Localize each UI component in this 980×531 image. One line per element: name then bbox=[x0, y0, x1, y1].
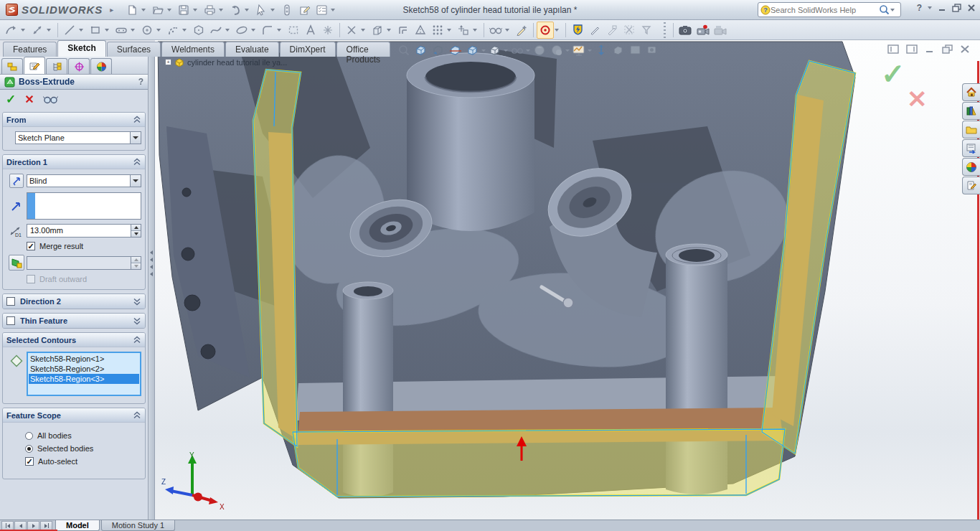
spline-tool-icon[interactable] bbox=[207, 22, 225, 39]
rotate-view-icon[interactable] bbox=[593, 43, 609, 57]
sketch-fillet-dropdown-icon[interactable] bbox=[277, 29, 281, 32]
restore-button[interactable] bbox=[952, 4, 961, 12]
feature-manager-tab[interactable] bbox=[1, 58, 23, 74]
exit-sketch-icon[interactable] bbox=[3, 22, 20, 39]
sketch-fillet-icon[interactable] bbox=[259, 22, 276, 39]
save-dropdown-icon[interactable] bbox=[193, 9, 197, 11]
reverse-direction-button[interactable] bbox=[9, 174, 24, 188]
display-style-icon[interactable] bbox=[487, 43, 503, 57]
thin-feature-checkbox[interactable] bbox=[6, 316, 15, 325]
hide-show-items-icon[interactable] bbox=[509, 43, 525, 57]
polygon-tool-icon[interactable] bbox=[190, 22, 207, 39]
print-dropdown-icon[interactable] bbox=[219, 9, 223, 11]
view-orientation-icon[interactable] bbox=[465, 43, 481, 57]
direction-reference-box[interactable] bbox=[27, 192, 141, 220]
display-style-dropdown-icon[interactable] bbox=[504, 50, 508, 52]
quick-snaps-icon[interactable] bbox=[537, 22, 554, 39]
options-button[interactable] bbox=[313, 2, 330, 18]
screen-capture-icon[interactable] bbox=[677, 22, 694, 39]
appearances-tab[interactable] bbox=[962, 158, 980, 176]
collapse-chevron-icon[interactable] bbox=[133, 158, 141, 166]
ellipse-tool-icon[interactable] bbox=[233, 22, 250, 39]
slot-tool-icon[interactable] bbox=[113, 22, 130, 39]
quick-snaps-dropdown-icon[interactable] bbox=[555, 29, 559, 32]
graphics-area[interactable]: + cylinder head tutorial ile ya... bbox=[155, 40, 980, 520]
select-button[interactable] bbox=[253, 2, 270, 18]
pattern-dropdown-icon[interactable] bbox=[447, 29, 451, 32]
direction2-checkbox[interactable] bbox=[6, 297, 15, 306]
tree-expand-icon[interactable]: + bbox=[165, 59, 171, 65]
cancel-button[interactable]: ✕ bbox=[24, 93, 34, 106]
display-manager-tab[interactable] bbox=[90, 58, 112, 74]
detailed-preview-button[interactable] bbox=[43, 95, 59, 104]
print-button[interactable] bbox=[201, 2, 218, 18]
cylinder-head-model[interactable] bbox=[155, 40, 980, 520]
open-dropdown-icon[interactable] bbox=[167, 9, 171, 11]
line-tool-icon[interactable] bbox=[61, 22, 78, 39]
collapse-chevron-icon[interactable] bbox=[133, 336, 141, 344]
help-dropdown-icon[interactable] bbox=[928, 6, 932, 9]
draft-button[interactable] bbox=[9, 255, 24, 271]
move-dropdown-icon[interactable] bbox=[473, 29, 477, 32]
save-button[interactable] bbox=[175, 2, 192, 18]
doc-restore-icon[interactable] bbox=[942, 44, 953, 54]
apply-scene-dropdown-icon[interactable] bbox=[565, 50, 570, 52]
close-button[interactable] bbox=[967, 4, 976, 12]
pane-split-left-icon[interactable] bbox=[887, 44, 899, 54]
camera-view-icon[interactable] bbox=[645, 43, 661, 57]
trim-entities-icon[interactable] bbox=[343, 22, 360, 39]
property-manager-tab[interactable] bbox=[24, 57, 45, 74]
slot-dropdown-icon[interactable] bbox=[131, 29, 135, 32]
feature-scope-group-header[interactable]: Feature Scope bbox=[3, 408, 145, 423]
search-input[interactable] bbox=[771, 6, 879, 14]
thin-feature-group-header[interactable]: Thin Feature bbox=[3, 314, 145, 328]
record-video-icon[interactable] bbox=[694, 22, 711, 39]
exit-sketch-dropdown-icon[interactable] bbox=[21, 29, 25, 32]
offset-entities-icon[interactable] bbox=[395, 22, 412, 39]
tab-weldments[interactable]: Weldments bbox=[161, 42, 225, 57]
arc-tool-icon[interactable] bbox=[164, 22, 182, 39]
sketch-text-icon[interactable] bbox=[302, 22, 319, 39]
expand-chevron-icon[interactable] bbox=[133, 317, 141, 325]
convert-dropdown-icon[interactable] bbox=[387, 29, 391, 32]
display-relations-icon[interactable] bbox=[487, 22, 504, 39]
new-dropdown-icon[interactable] bbox=[141, 9, 146, 11]
start-condition-dropdown[interactable]: Sketch Plane bbox=[15, 131, 141, 144]
arc-dropdown-icon[interactable] bbox=[182, 29, 187, 32]
selection-filter-icon[interactable] bbox=[638, 22, 655, 39]
selected-contours-group-header[interactable]: Selected Contours bbox=[3, 333, 145, 347]
linear-sketch-pattern-icon[interactable] bbox=[429, 22, 446, 39]
panel-help-button[interactable]: ? bbox=[138, 77, 143, 87]
start-condition-dropdown-arrow[interactable] bbox=[130, 132, 141, 144]
undo-dropdown-icon[interactable] bbox=[245, 9, 249, 11]
search-icon[interactable] bbox=[879, 4, 890, 15]
dimxpert-manager-tab[interactable] bbox=[68, 58, 90, 74]
model-tab[interactable]: Model bbox=[55, 520, 100, 531]
modify-sketch-icon[interactable] bbox=[621, 22, 638, 39]
spline-dropdown-icon[interactable] bbox=[225, 29, 230, 32]
direction2-group-header[interactable]: Direction 2 bbox=[3, 294, 145, 309]
contour-list-item-selected[interactable]: Sketch58-Region<3> bbox=[29, 374, 139, 384]
tab-evaluate[interactable]: Evaluate bbox=[225, 42, 279, 57]
doc-close-icon[interactable] bbox=[960, 44, 970, 54]
menu-expander-icon[interactable]: ▸ bbox=[110, 6, 113, 14]
apply-scene-icon[interactable] bbox=[549, 43, 565, 57]
merge-result-checkbox[interactable] bbox=[27, 242, 35, 250]
sketch-picture-icon[interactable] bbox=[603, 22, 621, 39]
undo-button[interactable] bbox=[227, 2, 244, 18]
depth-down-button[interactable] bbox=[131, 230, 141, 237]
collapse-chevron-icon[interactable] bbox=[133, 116, 141, 123]
auto-select-checkbox[interactable] bbox=[25, 457, 34, 466]
pan-view-icon[interactable] bbox=[611, 43, 626, 57]
panel-splitter[interactable] bbox=[149, 57, 155, 520]
flyout-tree-label[interactable]: cylinder head tutorial ile ya... bbox=[187, 58, 287, 67]
end-condition-dropdown[interactable]: Blind bbox=[27, 174, 141, 187]
zoom-to-area-icon[interactable] bbox=[413, 43, 429, 57]
design-library-tab[interactable] bbox=[962, 102, 980, 120]
zoom-to-fit-icon[interactable] bbox=[396, 43, 412, 57]
contour-list-item[interactable]: Sketch58-Region<1> bbox=[29, 354, 139, 364]
collapse-chevron-icon[interactable] bbox=[133, 411, 141, 419]
ellipse-dropdown-icon[interactable] bbox=[251, 29, 255, 32]
help-search[interactable]: ? bbox=[758, 2, 901, 17]
pane-split-right-icon[interactable] bbox=[906, 44, 918, 54]
